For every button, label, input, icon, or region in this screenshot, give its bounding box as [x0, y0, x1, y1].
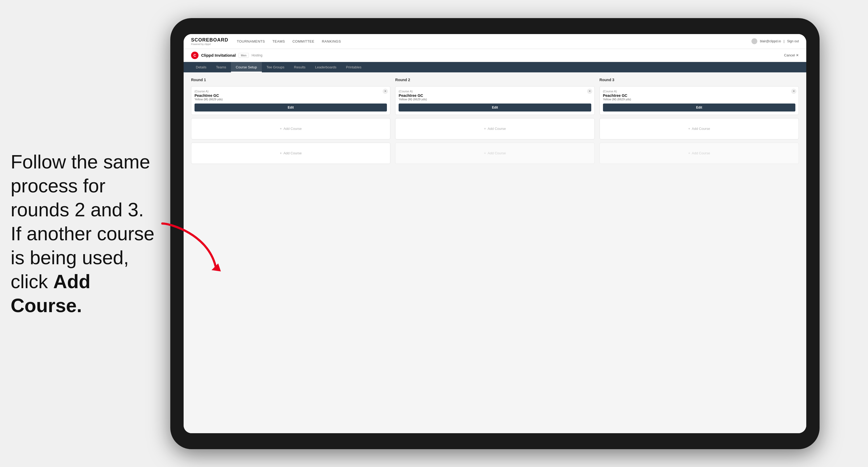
- round-3-add-icon-1: +: [688, 127, 690, 131]
- tournament-badge: Men: [239, 53, 249, 58]
- nav-item-tournaments[interactable]: TOURNAMENTS: [237, 39, 265, 44]
- logo-main: SCOREBOARD: [191, 37, 228, 43]
- nav-right: blair@clippd.io | Sign out: [751, 38, 799, 44]
- round-2-column: Round 2 ✕ (Course A) Peachtree GC Yellow…: [395, 78, 594, 164]
- round-3-course-name: Peachtree GC: [603, 93, 795, 98]
- tab-course-setup[interactable]: Course Setup: [231, 62, 262, 72]
- round-2-delete-button[interactable]: ✕: [587, 89, 592, 94]
- round-3-add-label-1: Add Course: [692, 127, 710, 131]
- round-3-add-course-1[interactable]: + Add Course: [599, 118, 799, 139]
- round-2-add-icon-1: +: [484, 127, 486, 131]
- round-1-title: Round 1: [191, 78, 390, 82]
- round-3-add-course-2: + Add Course: [599, 143, 799, 164]
- instruction-line4: If another course: [11, 223, 154, 244]
- sign-out-link[interactable]: Sign out: [787, 39, 799, 43]
- tablet-screen: SCOREBOARD Powered by clippd TOURNAMENTS…: [184, 34, 806, 433]
- round-3-course-label: (Course A): [603, 90, 795, 93]
- tournament-header: C Clippd Invitational Men Hosting Cancel…: [184, 49, 806, 62]
- instruction-line2: process for: [11, 175, 105, 196]
- round-2-add-label-2: Add Course: [488, 151, 506, 155]
- round-3-delete-button[interactable]: ✕: [791, 89, 797, 94]
- top-nav: SCOREBOARD Powered by clippd TOURNAMENTS…: [184, 34, 806, 49]
- tab-results[interactable]: Results: [289, 62, 310, 72]
- round-1-add-course-2[interactable]: + Add Course: [191, 143, 390, 164]
- round-1-add-icon-2: +: [280, 151, 282, 155]
- instruction-line5: is being used,: [11, 247, 129, 268]
- round-3-add-label-2: Add Course: [692, 151, 710, 155]
- instruction-line3: rounds 2 and 3.: [11, 199, 144, 220]
- round-1-add-label-1: Add Course: [283, 127, 302, 131]
- round-3-edit-button[interactable]: Edit: [603, 103, 795, 112]
- nav-item-rankings[interactable]: RANKINGS: [322, 39, 341, 44]
- tablet-frame: SCOREBOARD Powered by clippd TOURNAMENTS…: [170, 18, 819, 449]
- separator: |: [784, 39, 784, 43]
- round-2-add-icon-2: +: [484, 151, 486, 155]
- round-1-add-course-1[interactable]: + Add Course: [191, 118, 390, 139]
- avatar: [751, 38, 757, 44]
- tournament-status: Hosting: [251, 54, 262, 57]
- round-2-add-course-1[interactable]: + Add Course: [395, 118, 594, 139]
- round-2-add-label-1: Add Course: [488, 127, 506, 131]
- nav-left: SCOREBOARD Powered by clippd TOURNAMENTS…: [191, 37, 341, 45]
- round-2-course-details: Yellow (M) (6629 yds): [399, 98, 591, 101]
- nav-item-committee[interactable]: COMMITTEE: [292, 39, 314, 44]
- tab-tee-groups[interactable]: Tee Groups: [262, 62, 289, 72]
- round-1-course-card: ✕ (Course A) Peachtree GC Yellow (M) (66…: [191, 86, 390, 115]
- round-1-add-label-2: Add Course: [283, 151, 302, 155]
- nav-links: TOURNAMENTS TEAMS COMMITTEE RANKINGS: [237, 39, 341, 44]
- tournament-logo: C: [191, 52, 198, 59]
- round-2-course-name: Peachtree GC: [399, 93, 591, 98]
- tournament-name: Clippd Invitational: [201, 53, 236, 58]
- round-1-edit-button[interactable]: Edit: [194, 103, 387, 112]
- round-2-course-card: ✕ (Course A) Peachtree GC Yellow (M) (66…: [395, 86, 594, 115]
- round-2-add-course-2: + Add Course: [395, 143, 594, 164]
- round-2-edit-button[interactable]: Edit: [399, 103, 591, 112]
- round-1-column: Round 1 ✕ (Course A) Peachtree GC Yellow…: [191, 78, 390, 164]
- tab-details[interactable]: Details: [191, 62, 211, 72]
- instruction-line1: Follow the same: [11, 151, 150, 173]
- logo-sub: Powered by clippd: [191, 43, 228, 45]
- round-1-course-name: Peachtree GC: [194, 93, 387, 98]
- cancel-button[interactable]: Cancel ✕: [784, 53, 799, 57]
- tab-leaderboards[interactable]: Leaderboards: [310, 62, 341, 72]
- round-2-course-label: (Course A): [399, 90, 591, 93]
- tab-printables[interactable]: Printables: [341, 62, 366, 72]
- round-1-delete-button[interactable]: ✕: [383, 89, 388, 94]
- scoreboard-logo: SCOREBOARD Powered by clippd: [191, 37, 228, 45]
- instruction-text: Follow the same process for rounds 2 and…: [0, 134, 170, 334]
- round-3-title: Round 3: [599, 78, 799, 82]
- user-email: blair@clippd.io: [760, 39, 781, 43]
- tab-teams[interactable]: Teams: [211, 62, 231, 72]
- round-3-course-details: Yellow (M) (6629 yds): [603, 98, 795, 101]
- round-1-course-label: (Course A): [194, 90, 387, 93]
- nav-item-teams[interactable]: TEAMS: [273, 39, 285, 44]
- tab-bar: Details Teams Course Setup Tee Groups Re…: [184, 62, 806, 72]
- round-3-add-icon-2: +: [688, 151, 690, 155]
- round-1-add-icon-1: +: [280, 127, 282, 131]
- round-1-course-details: Yellow (M) (6629 yds): [194, 98, 387, 101]
- round-3-column: Round 3 ✕ (Course A) Peachtree GC Yellow…: [599, 78, 799, 164]
- round-3-course-card: ✕ (Course A) Peachtree GC Yellow (M) (66…: [599, 86, 799, 115]
- rounds-grid: Round 1 ✕ (Course A) Peachtree GC Yellow…: [191, 78, 799, 164]
- round-2-title: Round 2: [395, 78, 594, 82]
- instruction-line6: click: [11, 271, 53, 292]
- main-content: Round 1 ✕ (Course A) Peachtree GC Yellow…: [184, 72, 806, 433]
- tournament-info: C Clippd Invitational Men Hosting: [191, 52, 262, 59]
